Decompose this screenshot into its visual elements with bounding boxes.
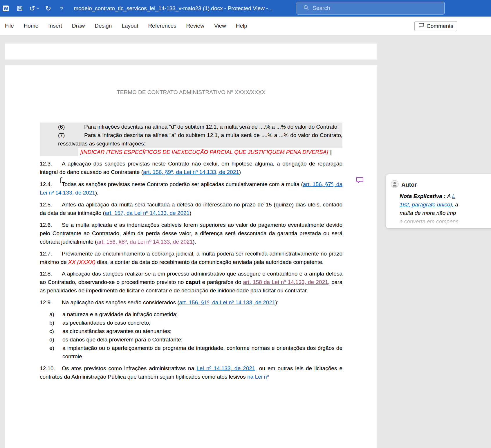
comment-line: multa de mora não imp	[400, 209, 491, 217]
law-link[interactable]: art. 158 da Lei nº 14.133, de 2021	[243, 279, 328, 285]
criteria-list: a)a natureza e a gravidade da infração c…	[40, 310, 342, 361]
clause-12-10: 12.10.Os atos previstos como infrações a…	[40, 364, 342, 381]
list-text: as peculiaridades do caso concreto;	[62, 320, 150, 326]
search-icon	[303, 5, 309, 12]
comment-header: Autor	[391, 180, 491, 189]
clause-number: 12.6.	[40, 221, 62, 229]
list-item: d)os danos que dela provierem para o Con…	[40, 335, 342, 344]
clause-text: Na aplicação das sanções serão considera…	[62, 299, 179, 305]
law-link[interactable]: na Lei nº	[247, 374, 269, 380]
clause-number: 12.3.	[40, 159, 62, 168]
list-item: c)as circunstâncias agravantes ou atenua…	[40, 327, 342, 335]
redo-icon[interactable]: ↻	[45, 5, 51, 12]
note-label: Nota Explicativa :	[400, 193, 447, 199]
clause-text: ).	[193, 239, 196, 245]
document-page[interactable]: TERMO DE CONTRATO ADMINISTRATIVO Nº XXXX…	[5, 65, 377, 448]
clause-number: 12.4.	[40, 180, 62, 188]
list-item: b)as peculiaridades do caso concreto;	[40, 319, 342, 327]
tab-view[interactable]: View	[209, 23, 231, 29]
tab-review[interactable]: Review	[181, 23, 209, 29]
titlebar: W ↺ ↻ modelo_contrato_tic_servicos_lei_1…	[0, 0, 491, 17]
search-input[interactable]	[313, 5, 434, 11]
clause-number: 12.10.	[40, 364, 62, 373]
list-item: a)a natureza e a gravidade da infração c…	[40, 310, 342, 319]
list-letter: b)	[49, 319, 62, 327]
clause-text: Os atos previstos como infrações adminis…	[62, 365, 196, 371]
comment-line: a converta em compens	[400, 217, 491, 226]
ribbon: File Home Insert Draw Design Layout Refe…	[0, 17, 491, 35]
list-text: os danos que dela provierem para o Contr…	[62, 337, 183, 343]
clause-12-3: 12.3.A aplicação das sanções previstas n…	[40, 159, 342, 176]
red-placeholder-note: [INDICAR ITENS ESPECÍFICOS DE INEXECUÇÃO…	[40, 148, 342, 156]
clause-12-9: 12.9.Na aplicação das sanções serão cons…	[40, 298, 342, 307]
svg-text:W: W	[3, 6, 8, 11]
law-link[interactable]: art. 156, §1º, da Lei nº 14.133, de 2021	[179, 299, 275, 305]
clause-text: )	[239, 169, 241, 175]
list-letter: a)	[49, 310, 62, 319]
clause-7: (7)Para a infração descrita na alínea “a…	[40, 131, 342, 148]
comment-author: Autor	[401, 181, 417, 188]
clause-text: ):	[275, 299, 279, 305]
tab-insert[interactable]: Insert	[43, 23, 67, 29]
comment-body: Nota Explicativa : A L 162, parágrafo ún…	[400, 192, 491, 226]
list-letter: e)	[49, 344, 62, 352]
tab-home[interactable]: Home	[19, 23, 44, 29]
list-item: e)a implantação ou o aperfeiçoamento de …	[40, 344, 342, 361]
word-logo-icon[interactable]: W	[2, 5, 10, 12]
search-box[interactable]	[297, 2, 445, 15]
undo-chevron-icon[interactable]	[36, 7, 39, 10]
law-link[interactable]: art. 156, §9º, da Lei nº 14.133, de 2021	[143, 169, 239, 175]
note-link[interactable]: 162, parágrafo único),	[400, 201, 455, 208]
clause-number: 12.8.	[40, 269, 62, 278]
clause-text: dias, a contar da data do recebimento da…	[95, 259, 324, 265]
comments-button[interactable]: Comments	[414, 21, 457, 31]
clause-text: e parágrafos do	[200, 279, 243, 285]
clause-6: (6)Para infrações descritas na alínea “d…	[40, 123, 342, 131]
tab-design[interactable]: Design	[90, 23, 117, 29]
note-link[interactable]: L	[452, 193, 455, 199]
list-text: as circunstâncias agravantes ou atenuant…	[62, 328, 172, 334]
clause-12-8: 12.8.A aplicação das sanções realizar-se…	[40, 269, 342, 295]
law-link[interactable]: Lei nº 14.133, de 2021	[196, 365, 255, 371]
placeholder-text: [INDICAR ITENS ESPECÍFICOS DE INEXECUÇÃO…	[80, 149, 328, 155]
comment-indicator-icon[interactable]	[356, 177, 364, 185]
clause-number: 12.9.	[40, 298, 62, 307]
tab-references[interactable]: References	[143, 23, 181, 29]
undo-icon[interactable]: ↺	[29, 5, 35, 12]
clause-12-6: 12.6.Se a multa aplicada e as indenizaçõ…	[40, 221, 342, 246]
word-window: W ↺ ↻ modelo_contrato_tic_servicos_lei_1…	[0, 0, 491, 448]
clause-12-7: 12.7.Previamente ao encaminhamento à cob…	[40, 249, 342, 266]
quick-access-toolbar: W ↺ ↻	[0, 5, 64, 12]
note-text: A	[447, 193, 452, 199]
comment-line: 162, parágrafo único), a	[400, 200, 491, 209]
clause-number: (7)	[58, 131, 84, 139]
law-link[interactable]: art. 156, §8º, da Lei nº 14.133, de 2021	[97, 239, 193, 245]
tab-layout[interactable]: Layout	[117, 23, 143, 29]
comments-icon	[418, 23, 424, 30]
red-placeholder-run: XX (XXXX)	[68, 259, 95, 265]
ibeam-cursor	[60, 177, 63, 185]
previous-page-edge	[5, 44, 377, 60]
window-title: modelo_contrato_tic_servicos_lei_14-133_…	[74, 5, 272, 12]
document-heading: TERMO DE CONTRATO ADMINISTRATIVO Nº XXXX…	[40, 88, 342, 96]
law-link[interactable]: art. 157, da Lei nº 14.133, de 2021	[105, 210, 189, 216]
clause-number: 12.5.	[40, 200, 62, 209]
comments-button-label: Comments	[427, 23, 453, 29]
text-caret: |	[330, 149, 332, 155]
tab-help[interactable]: Help	[231, 23, 252, 29]
save-icon[interactable]	[17, 5, 23, 12]
bold-run: caput	[186, 279, 201, 285]
list-letter: c)	[49, 327, 62, 335]
tab-draw[interactable]: Draw	[67, 23, 90, 29]
list-text: a natureza e a gravidade da infração com…	[62, 311, 178, 317]
tab-file[interactable]: File	[0, 23, 19, 29]
comment-card[interactable]: Autor Nota Explicativa : A L 162, parágr…	[386, 174, 491, 228]
note-text: a	[455, 201, 458, 208]
document-canvas: TERMO DE CONTRATO ADMINISTRATIVO Nº XXXX…	[0, 35, 491, 448]
clause-number: 12.7.	[40, 249, 62, 258]
clause-12-4: 12.4.Todas as sanções previstas neste Co…	[40, 180, 342, 197]
list-letter: d)	[49, 335, 62, 344]
quick-access-chevron-icon[interactable]	[60, 7, 64, 10]
clause-text: Para infrações descritas na alínea “d” d…	[84, 124, 339, 130]
clause-text: ).	[95, 190, 99, 196]
